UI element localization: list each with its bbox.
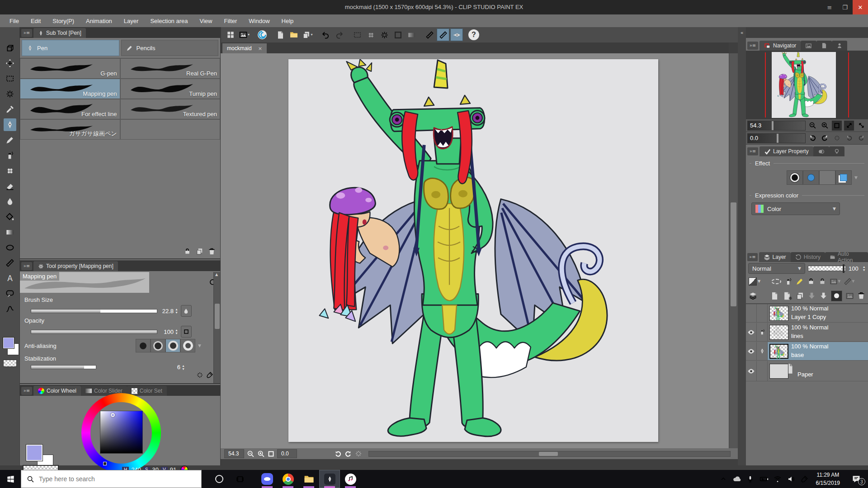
layer-opacity-slider[interactable] (808, 266, 846, 271)
clip-studio-icon[interactable] (256, 28, 269, 41)
new-file-icon[interactable] (274, 28, 287, 41)
tab-pen[interactable]: Pen (22, 40, 119, 56)
menu-edit[interactable]: Edit (25, 18, 47, 24)
pen-tool[interactable] (4, 118, 16, 131)
eye-icon[interactable] (747, 367, 755, 375)
close-document-icon[interactable]: × (258, 46, 262, 51)
snap-special-ruler-icon[interactable] (437, 28, 449, 41)
brush-mapping-pen[interactable]: Mapping pen (20, 79, 120, 99)
nav-flip-horizontal-icon[interactable] (856, 120, 867, 131)
eyedropper-tool[interactable] (4, 103, 16, 116)
navigator-zoom-slider[interactable]: 54.3 (747, 121, 806, 131)
taskbar-search[interactable] (21, 470, 202, 488)
delete-layer-icon[interactable] (857, 291, 865, 300)
undo-icon[interactable] (319, 28, 332, 41)
auto-select-tool[interactable] (4, 88, 16, 100)
snap-ruler-icon[interactable] (423, 28, 436, 41)
correct-line-tool[interactable] (4, 303, 16, 315)
tab-subview[interactable] (801, 41, 816, 51)
delete-subtool-icon[interactable] (208, 248, 216, 255)
operation-tool[interactable] (4, 42, 16, 54)
taskbar-clock[interactable]: 11:29 AM 6/15/2019 (811, 471, 844, 487)
effect-halftone-icon[interactable] (819, 170, 835, 185)
tray-pen-icon[interactable] (798, 470, 811, 488)
taskbar-clip-studio-icon[interactable] (319, 470, 340, 488)
nav-reset-rotate-icon[interactable] (831, 133, 842, 144)
taskbar-explorer-icon[interactable] (298, 470, 319, 488)
taskbar-chrome-icon[interactable] (278, 470, 298, 488)
eraser-tool[interactable] (4, 180, 16, 192)
text-tool[interactable]: A (4, 272, 16, 285)
effect-border-icon[interactable] (787, 170, 803, 185)
gradient-tool[interactable] (4, 226, 16, 239)
tab-auto-action[interactable]: Auto Action (825, 252, 868, 262)
tab-color-set[interactable]: Color Set (127, 386, 167, 396)
effect-dropdown-icon[interactable]: ▼ (854, 176, 858, 180)
taskbar-music-icon[interactable] (340, 470, 361, 488)
pencil-tool[interactable] (4, 134, 16, 146)
eye-icon[interactable] (747, 328, 755, 336)
draft-layer-icon[interactable] (796, 277, 804, 286)
menu-selection-area[interactable]: Selection area (144, 18, 193, 24)
menu-view[interactable]: View (194, 18, 218, 24)
blend-tool[interactable] (4, 195, 16, 208)
tab-history[interactable]: History (791, 252, 825, 262)
tray-chevron-icon[interactable] (717, 470, 730, 488)
aa-dropdown-icon[interactable]: ▼ (198, 344, 201, 348)
tray-battery-icon[interactable] (757, 470, 771, 488)
action-center-button[interactable]: 3 (844, 470, 868, 488)
tab-color-wheel[interactable]: Color Wheel (33, 386, 81, 396)
redo-icon[interactable] (333, 28, 345, 41)
border-selection-icon[interactable] (405, 28, 418, 41)
navigator-preview[interactable] (746, 51, 868, 119)
menu-window[interactable]: Window (243, 18, 275, 24)
layer-row-lines[interactable]: 100 % Normallines (746, 323, 868, 342)
search-input[interactable] (39, 475, 188, 483)
document-tab[interactable]: mockmaid × (222, 43, 267, 53)
nav-rotate-left-icon[interactable] (807, 133, 818, 144)
brush-size-spinner[interactable]: ▲▼ (175, 308, 178, 314)
effect-tone-icon[interactable] (803, 170, 819, 185)
menu-help[interactable]: Help (276, 18, 300, 24)
visibility-cell[interactable] (746, 342, 757, 360)
brush-real-g-pen[interactable]: Real G-Pen (120, 58, 221, 79)
panel-menu-icon[interactable]: »≡ (747, 147, 758, 155)
close-button[interactable]: ✕ (853, 0, 868, 14)
fit-to-screen-icon[interactable] (268, 450, 274, 457)
help-icon[interactable]: ? (468, 29, 479, 40)
menu-story[interactable]: Story(P) (47, 18, 80, 24)
reset-rotation-icon[interactable] (355, 450, 362, 457)
main-color-swatch[interactable] (3, 337, 14, 349)
transform-icon[interactable] (392, 28, 404, 41)
show-all-settings-icon[interactable] (206, 371, 213, 379)
canvas-horizontal-scrollbar[interactable] (368, 451, 731, 457)
reset-settings-icon[interactable] (196, 371, 203, 379)
navigator-rotate-slider[interactable]: 0.0 (747, 133, 806, 143)
nav-zoom-in-icon[interactable] (819, 120, 830, 131)
lock-icon[interactable] (184, 248, 191, 255)
nav-reset-view-icon[interactable] (844, 133, 854, 144)
canvas-viewport[interactable] (221, 53, 729, 448)
maximize-button[interactable]: ❐ (837, 0, 853, 14)
opacity-slider[interactable] (31, 330, 157, 334)
layer-opacity-spinner[interactable]: ▲▼ (863, 265, 866, 272)
visibility-cell[interactable] (746, 323, 757, 341)
tray-network-icon[interactable] (771, 470, 784, 488)
zoom-in-icon[interactable] (257, 450, 265, 458)
subtool-tab[interactable]: Sub Tool [Pen] (33, 28, 86, 38)
cortana-button[interactable] (209, 470, 230, 488)
panel-menu-icon[interactable]: »≡ (21, 29, 32, 37)
airbrush-tool[interactable] (4, 149, 16, 162)
opacity-source-button[interactable] (181, 326, 192, 338)
window-layout-icon[interactable]: ▾ (238, 28, 250, 41)
tray-microphone-icon[interactable] (744, 470, 757, 488)
nav-flip-both-icon[interactable] (844, 120, 854, 131)
nav-fit-icon[interactable] (831, 120, 842, 131)
merge-down-disabled-icon[interactable] (807, 291, 816, 300)
tab-item-bank[interactable] (816, 41, 832, 51)
figure-tool[interactable] (4, 241, 16, 254)
brush-g-pen[interactable]: G-pen (20, 58, 120, 79)
layer-row-layer1copy[interactable]: 100 % NormalLayer 1 Copy (746, 304, 868, 323)
stabilization-slider[interactable] (31, 365, 96, 369)
nav-zoom-out-icon[interactable] (807, 120, 818, 131)
